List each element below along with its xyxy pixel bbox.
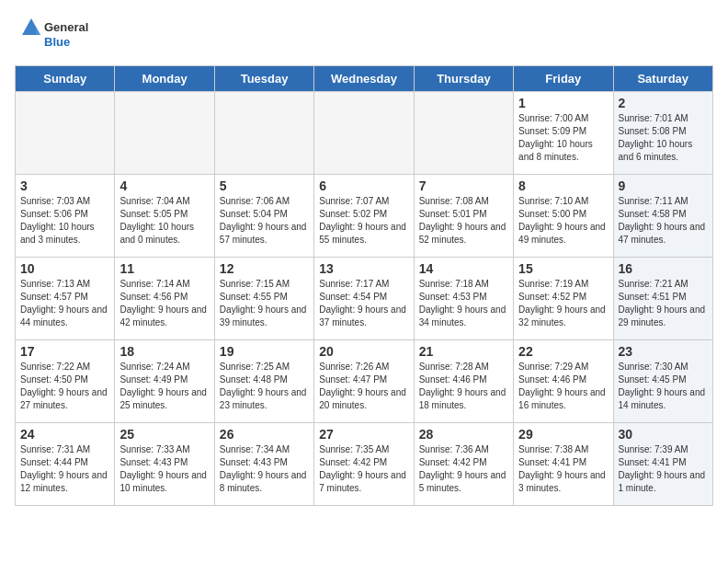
day-number: 1 bbox=[518, 96, 608, 110]
day-number: 14 bbox=[419, 261, 508, 276]
day-number: 17 bbox=[20, 344, 109, 359]
day-info: Sunrise: 7:03 AM Sunset: 5:06 PM Dayligh… bbox=[20, 195, 109, 247]
day-number: 21 bbox=[419, 344, 508, 359]
calendar-cell: 6Sunrise: 7:07 AM Sunset: 5:02 PM Daylig… bbox=[314, 175, 414, 258]
col-sunday: Sunday bbox=[16, 66, 115, 92]
week-row-4: 17Sunrise: 7:22 AM Sunset: 4:50 PM Dayli… bbox=[16, 340, 713, 423]
calendar-cell bbox=[314, 92, 414, 175]
week-row-5: 24Sunrise: 7:31 AM Sunset: 4:44 PM Dayli… bbox=[16, 423, 713, 506]
day-number: 29 bbox=[518, 427, 608, 442]
day-number: 13 bbox=[319, 261, 408, 276]
day-number: 9 bbox=[619, 178, 708, 193]
calendar-cell: 17Sunrise: 7:22 AM Sunset: 4:50 PM Dayli… bbox=[16, 340, 115, 423]
svg-text:General: General bbox=[44, 20, 88, 34]
calendar-cell: 15Sunrise: 7:19 AM Sunset: 4:52 PM Dayli… bbox=[514, 258, 613, 340]
calendar-cell: 10Sunrise: 7:13 AM Sunset: 4:57 PM Dayli… bbox=[16, 258, 115, 340]
calendar-cell bbox=[115, 92, 214, 175]
day-info: Sunrise: 7:14 AM Sunset: 4:56 PM Dayligh… bbox=[119, 278, 209, 329]
calendar-cell: 14Sunrise: 7:18 AM Sunset: 4:53 PM Dayli… bbox=[414, 258, 513, 340]
calendar-cell: 29Sunrise: 7:38 AM Sunset: 4:41 PM Dayli… bbox=[514, 423, 613, 506]
day-info: Sunrise: 7:01 AM Sunset: 5:08 PM Dayligh… bbox=[619, 112, 708, 164]
calendar-cell: 21Sunrise: 7:28 AM Sunset: 4:46 PM Dayli… bbox=[414, 340, 513, 423]
page-header: General Blue bbox=[15, 15, 713, 56]
calendar-cell: 13Sunrise: 7:17 AM Sunset: 4:54 PM Dayli… bbox=[314, 258, 414, 340]
calendar-cell: 16Sunrise: 7:21 AM Sunset: 4:51 PM Dayli… bbox=[613, 258, 712, 340]
logo-svg: General Blue bbox=[15, 15, 107, 56]
calendar-cell bbox=[214, 92, 313, 175]
day-info: Sunrise: 7:17 AM Sunset: 4:54 PM Dayligh… bbox=[319, 278, 408, 329]
calendar-cell bbox=[414, 92, 513, 175]
calendar-cell: 2Sunrise: 7:01 AM Sunset: 5:08 PM Daylig… bbox=[613, 92, 712, 175]
calendar-cell: 26Sunrise: 7:34 AM Sunset: 4:43 PM Dayli… bbox=[214, 423, 313, 506]
day-info: Sunrise: 7:22 AM Sunset: 4:50 PM Dayligh… bbox=[20, 361, 109, 412]
col-saturday: Saturday bbox=[613, 66, 712, 92]
day-info: Sunrise: 7:08 AM Sunset: 5:01 PM Dayligh… bbox=[419, 195, 508, 247]
day-info: Sunrise: 7:29 AM Sunset: 4:46 PM Dayligh… bbox=[518, 361, 608, 412]
day-number: 23 bbox=[619, 344, 708, 359]
day-info: Sunrise: 7:06 AM Sunset: 5:04 PM Dayligh… bbox=[220, 195, 309, 247]
calendar-cell: 22Sunrise: 7:29 AM Sunset: 4:46 PM Dayli… bbox=[514, 340, 613, 423]
day-number: 22 bbox=[518, 344, 608, 359]
day-info: Sunrise: 7:00 AM Sunset: 5:09 PM Dayligh… bbox=[518, 112, 608, 164]
day-info: Sunrise: 7:10 AM Sunset: 5:00 PM Dayligh… bbox=[518, 195, 608, 247]
calendar-cell: 25Sunrise: 7:33 AM Sunset: 4:43 PM Dayli… bbox=[115, 423, 214, 506]
week-row-3: 10Sunrise: 7:13 AM Sunset: 4:57 PM Dayli… bbox=[16, 258, 713, 340]
calendar-cell: 9Sunrise: 7:11 AM Sunset: 4:58 PM Daylig… bbox=[613, 175, 712, 258]
calendar-cell: 20Sunrise: 7:26 AM Sunset: 4:47 PM Dayli… bbox=[314, 340, 414, 423]
col-thursday: Thursday bbox=[414, 66, 513, 92]
day-number: 4 bbox=[119, 178, 209, 193]
calendar-cell: 19Sunrise: 7:25 AM Sunset: 4:48 PM Dayli… bbox=[214, 340, 313, 423]
col-friday: Friday bbox=[514, 66, 613, 92]
calendar-cell: 5Sunrise: 7:06 AM Sunset: 5:04 PM Daylig… bbox=[214, 175, 313, 258]
week-row-2: 3Sunrise: 7:03 AM Sunset: 5:06 PM Daylig… bbox=[16, 175, 713, 258]
calendar-cell: 8Sunrise: 7:10 AM Sunset: 5:00 PM Daylig… bbox=[514, 175, 613, 258]
day-number: 19 bbox=[220, 344, 309, 359]
day-number: 28 bbox=[419, 427, 508, 442]
day-info: Sunrise: 7:38 AM Sunset: 4:41 PM Dayligh… bbox=[518, 443, 608, 495]
day-number: 25 bbox=[119, 427, 209, 442]
calendar-cell: 30Sunrise: 7:39 AM Sunset: 4:41 PM Dayli… bbox=[613, 423, 712, 506]
day-number: 30 bbox=[619, 427, 708, 442]
day-number: 15 bbox=[518, 261, 608, 276]
calendar-cell bbox=[16, 92, 115, 175]
day-info: Sunrise: 7:04 AM Sunset: 5:05 PM Dayligh… bbox=[119, 195, 209, 247]
calendar-cell: 23Sunrise: 7:30 AM Sunset: 4:45 PM Dayli… bbox=[613, 340, 712, 423]
calendar-cell: 28Sunrise: 7:36 AM Sunset: 4:42 PM Dayli… bbox=[414, 423, 513, 506]
day-info: Sunrise: 7:21 AM Sunset: 4:51 PM Dayligh… bbox=[619, 278, 708, 329]
calendar-table: Sunday Monday Tuesday Wednesday Thursday… bbox=[15, 65, 713, 506]
day-number: 26 bbox=[220, 427, 309, 442]
day-number: 12 bbox=[220, 261, 309, 276]
calendar-cell: 12Sunrise: 7:15 AM Sunset: 4:55 PM Dayli… bbox=[214, 258, 313, 340]
calendar-cell: 4Sunrise: 7:04 AM Sunset: 5:05 PM Daylig… bbox=[115, 175, 214, 258]
calendar-cell: 11Sunrise: 7:14 AM Sunset: 4:56 PM Dayli… bbox=[115, 258, 214, 340]
day-number: 2 bbox=[619, 96, 708, 110]
day-number: 8 bbox=[518, 178, 608, 193]
day-info: Sunrise: 7:39 AM Sunset: 4:41 PM Dayligh… bbox=[619, 443, 708, 495]
day-info: Sunrise: 7:18 AM Sunset: 4:53 PM Dayligh… bbox=[419, 278, 508, 329]
day-number: 11 bbox=[119, 261, 209, 276]
day-number: 5 bbox=[220, 178, 309, 193]
svg-text:Blue: Blue bbox=[44, 35, 70, 49]
day-info: Sunrise: 7:07 AM Sunset: 5:02 PM Dayligh… bbox=[319, 195, 408, 247]
day-number: 20 bbox=[319, 344, 408, 359]
day-number: 3 bbox=[20, 178, 109, 193]
day-number: 10 bbox=[20, 261, 109, 276]
day-info: Sunrise: 7:24 AM Sunset: 4:49 PM Dayligh… bbox=[119, 361, 209, 412]
calendar-cell: 1Sunrise: 7:00 AM Sunset: 5:09 PM Daylig… bbox=[514, 92, 613, 175]
day-info: Sunrise: 7:33 AM Sunset: 4:43 PM Dayligh… bbox=[119, 443, 209, 495]
calendar-cell: 24Sunrise: 7:31 AM Sunset: 4:44 PM Dayli… bbox=[16, 423, 115, 506]
calendar-cell: 7Sunrise: 7:08 AM Sunset: 5:01 PM Daylig… bbox=[414, 175, 513, 258]
day-info: Sunrise: 7:26 AM Sunset: 4:47 PM Dayligh… bbox=[319, 361, 408, 412]
day-info: Sunrise: 7:34 AM Sunset: 4:43 PM Dayligh… bbox=[220, 443, 309, 495]
col-monday: Monday bbox=[115, 66, 214, 92]
week-row-1: 1Sunrise: 7:00 AM Sunset: 5:09 PM Daylig… bbox=[16, 92, 713, 175]
day-info: Sunrise: 7:13 AM Sunset: 4:57 PM Dayligh… bbox=[20, 278, 109, 329]
day-number: 27 bbox=[319, 427, 408, 442]
day-info: Sunrise: 7:28 AM Sunset: 4:46 PM Dayligh… bbox=[419, 361, 508, 412]
day-info: Sunrise: 7:11 AM Sunset: 4:58 PM Dayligh… bbox=[619, 195, 708, 247]
day-number: 24 bbox=[20, 427, 109, 442]
calendar-cell: 18Sunrise: 7:24 AM Sunset: 4:49 PM Dayli… bbox=[115, 340, 214, 423]
col-tuesday: Tuesday bbox=[214, 66, 313, 92]
day-number: 18 bbox=[119, 344, 209, 359]
day-info: Sunrise: 7:19 AM Sunset: 4:52 PM Dayligh… bbox=[518, 278, 608, 329]
